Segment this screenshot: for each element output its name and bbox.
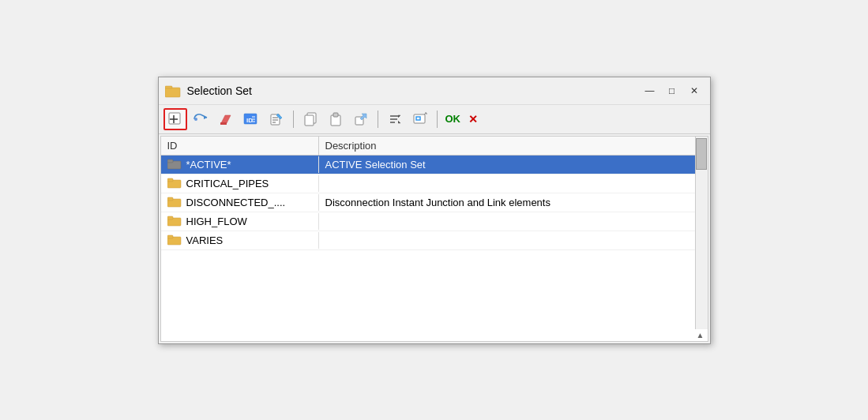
app-icon: [165, 83, 181, 99]
svg-rect-33: [167, 197, 173, 201]
copy-icon: [303, 112, 318, 126]
row-desc-cell: Disconnection Instant Junction and Link …: [319, 194, 695, 211]
row-desc-cell: [319, 181, 695, 186]
folder-icon: [167, 216, 182, 227]
title-bar: Selection Set — □ ✕: [159, 77, 710, 105]
folder-icon: [167, 178, 182, 189]
scrollbar[interactable]: [695, 137, 708, 329]
copy-button[interactable]: [299, 108, 322, 130]
remove-button[interactable]: [214, 108, 238, 130]
svg-rect-25: [414, 114, 425, 123]
svg-rect-20: [333, 113, 338, 117]
svg-point-5: [194, 118, 197, 121]
toolbar: ID: [159, 105, 710, 134]
ok-button[interactable]: OK: [442, 111, 464, 126]
row-id-value: VARIES: [186, 234, 224, 246]
svg-rect-0: [165, 88, 180, 97]
window-controls: — □ ✕: [641, 82, 704, 99]
id-label-icon: ID: [243, 112, 259, 126]
row-id-cell: DISCONNECTED_....: [161, 194, 319, 211]
content-area: ID Description *ACTIVE* ACTIVE Selection…: [160, 136, 708, 342]
export-icon: [354, 112, 368, 126]
row-id-value: DISCONNECTED_....: [186, 197, 286, 208]
svg-marker-6: [221, 115, 231, 123]
table-row[interactable]: VARIES: [161, 231, 695, 250]
minimize-button[interactable]: —: [641, 82, 659, 99]
table-row[interactable]: HIGH_FLOW: [161, 212, 695, 231]
sort-icon: [388, 112, 402, 126]
row-desc-cell: [319, 238, 695, 242]
separator-2: [378, 111, 378, 128]
row-id-value: CRITICAL_PIPES: [186, 178, 269, 189]
table-body: ID Description *ACTIVE* ACTIVE Selection…: [161, 137, 695, 329]
svg-rect-35: [167, 216, 173, 219]
eraser-icon: [219, 112, 233, 126]
desc-column-header: Description: [319, 137, 695, 155]
paste-icon: [329, 112, 343, 126]
sort-button[interactable]: [383, 108, 407, 130]
row-id-value: *ACTIVE*: [186, 159, 231, 171]
table-row[interactable]: DISCONNECTED_.... Disconnection Instant …: [161, 193, 695, 212]
scrollbar-thumb[interactable]: [696, 138, 707, 170]
add-elements-icon: [193, 112, 209, 126]
svg-rect-1: [165, 86, 172, 88]
table-header: ID Description: [161, 137, 695, 156]
row-desc-cell: [319, 219, 695, 223]
row-id-cell: VARIES: [161, 232, 319, 249]
table-row[interactable]: *ACTIVE* ACTIVE Selection Set: [161, 156, 695, 174]
folder-icon: [167, 234, 182, 246]
zoom-icon: [413, 112, 427, 126]
svg-rect-31: [167, 178, 173, 182]
empty-space: [161, 250, 695, 329]
edit-button[interactable]: [265, 108, 288, 130]
row-id-value: HIGH_FLOW: [186, 216, 247, 227]
new-set-button[interactable]: [163, 108, 187, 130]
table-row[interactable]: CRITICAL_PIPES: [161, 174, 695, 193]
scroll-down-indicator: ▲: [161, 329, 708, 341]
separator-3: [437, 111, 438, 128]
folder-icon: [167, 159, 182, 170]
export-button[interactable]: [349, 108, 373, 130]
svg-text:ID: ID: [246, 117, 253, 124]
row-id-cell: *ACTIVE*: [161, 156, 319, 173]
add-elements-button[interactable]: [189, 108, 212, 130]
new-set-icon: [168, 112, 182, 126]
main-window: Selection Set — □ ✕: [158, 77, 711, 344]
svg-rect-18: [305, 115, 314, 126]
window-title: Selection Set: [187, 84, 641, 97]
row-desc-cell: ACTIVE Selection Set: [319, 156, 695, 173]
row-id-cell: HIGH_FLOW: [161, 213, 319, 230]
folder-icon: [167, 197, 182, 208]
separator-1: [293, 111, 294, 128]
svg-rect-7: [220, 122, 227, 125]
row-id-cell: CRITICAL_PIPES: [161, 175, 319, 192]
cancel-button[interactable]: ✕: [465, 111, 481, 127]
id-label-button[interactable]: ID: [239, 108, 263, 130]
maximize-button[interactable]: □: [663, 82, 682, 99]
paste-button[interactable]: [324, 108, 348, 130]
svg-rect-29: [167, 159, 173, 163]
id-column-header: ID: [161, 137, 319, 155]
svg-rect-2: [169, 113, 180, 124]
zoom-button[interactable]: [408, 108, 432, 130]
svg-rect-37: [167, 235, 173, 238]
close-button[interactable]: ✕: [685, 82, 704, 99]
edit-icon: [269, 112, 284, 126]
